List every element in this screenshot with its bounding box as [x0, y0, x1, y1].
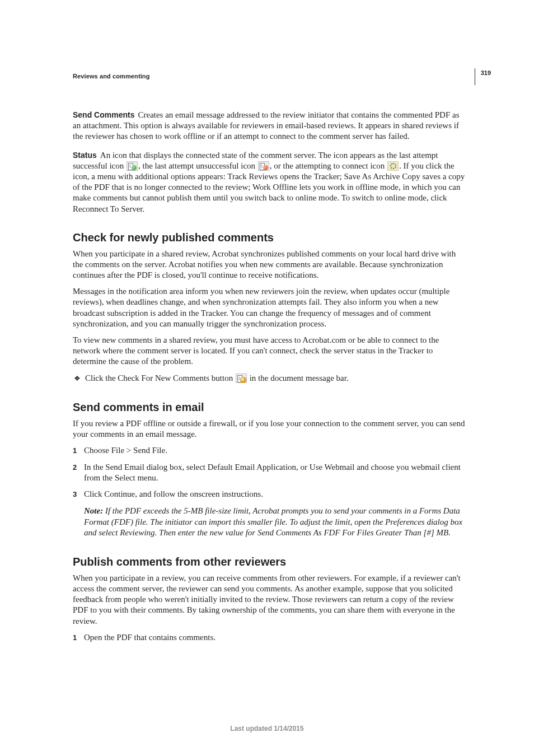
bullet-icon: ❖: [73, 373, 85, 384]
publish-step-1: 1 Open the PDF that contains comments.: [73, 632, 468, 643]
status-text-2: , the last attempt unsuccessful icon: [138, 161, 257, 170]
send-step-2-text: In the Send Email dialog box, select Def…: [84, 462, 468, 483]
send-step-3-text: Click Continue, and follow the onscreen …: [84, 489, 468, 500]
check-p2: Messages in the notification area inform…: [73, 286, 468, 329]
footer-last-updated: Last updated 1/14/2015: [0, 725, 534, 732]
status-connecting-icon: [387, 161, 399, 171]
chapter-title: Reviews and commenting: [73, 73, 472, 80]
check-new-comments-icon: [236, 374, 247, 383]
check-p1: When you participate in a shared review,…: [73, 249, 468, 281]
check-bullet-after: in the document message bar.: [247, 374, 349, 382]
send-intro: If you review a PDF offline or outside a…: [73, 418, 468, 440]
send-step-1: 1 Choose File > Send File.: [73, 445, 468, 456]
send-step-3: 3 Click Continue, and follow the onscree…: [73, 489, 468, 500]
step-number-2: 2: [73, 462, 84, 473]
check-bullet-before: Click the Check For New Comments button: [85, 374, 235, 382]
send-note: Note: If the PDF exceeds the 5-MB file-s…: [84, 506, 468, 539]
status-success-icon: [127, 161, 138, 171]
definition-send-comments: Send CommentsCreates an email message ad…: [73, 110, 468, 142]
heading-publish: Publish comments from other reviewers: [73, 556, 468, 568]
send-step-1-text: Choose File > Send File.: [84, 445, 468, 456]
check-bullet-row: ❖ Click the Check For New Comments butto…: [73, 373, 468, 384]
page-number: 319: [481, 69, 491, 76]
heading-check-comments: Check for newly published comments: [73, 231, 468, 244]
term-send-comments: Send Comments: [73, 110, 134, 119]
step-number-1: 1: [73, 445, 84, 456]
page-number-area: 319: [475, 68, 491, 85]
check-p3: To view new comments in a shared review,…: [73, 335, 468, 367]
heading-send-email: Send comments in email: [73, 401, 468, 414]
note-text: If the PDF exceeds the 5-MB file-size li…: [84, 506, 462, 537]
note-label: Note:: [84, 506, 105, 515]
step-number-3: 3: [73, 489, 84, 500]
term-status: Status: [73, 151, 97, 160]
page: 319 Reviews and commenting Send Comments…: [0, 0, 534, 756]
check-bullet-body: Click the Check For New Comments button …: [85, 373, 468, 384]
content: Send CommentsCreates an email message ad…: [73, 110, 468, 643]
publish-p1: When you participate in a review, you ca…: [73, 573, 468, 627]
status-fail-icon: [258, 161, 269, 171]
send-step-2: 2 In the Send Email dialog box, select D…: [73, 462, 468, 483]
definition-status: StatusAn icon that displays the connecte…: [73, 150, 468, 214]
status-text-3: , or the attempting to connect icon: [270, 161, 387, 170]
publish-step-1-text: Open the PDF that contains comments.: [84, 632, 468, 643]
publish-step-number-1: 1: [73, 632, 84, 643]
